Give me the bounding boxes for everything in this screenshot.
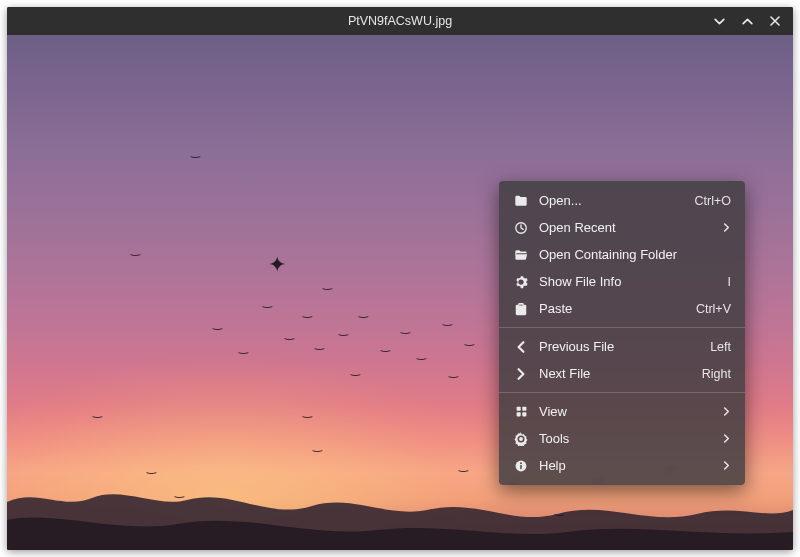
- bird-silhouette: ‿: [191, 145, 200, 158]
- menu-item-paste[interactable]: Paste Ctrl+V: [499, 295, 745, 322]
- chevron-left-icon: [513, 339, 529, 355]
- svg-rect-1: [516, 407, 520, 411]
- bird-silhouette: ‿: [351, 363, 360, 376]
- grid-icon: [513, 404, 529, 420]
- bird-silhouette: ✦: [268, 252, 286, 278]
- folder-icon: [513, 193, 529, 209]
- bird-silhouette: ‿: [93, 405, 102, 418]
- bird-silhouette: ‿: [303, 405, 312, 418]
- bird-silhouette: ‿: [323, 277, 332, 290]
- menu-item-accelerator: Left: [710, 340, 731, 354]
- menu-item-label: View: [539, 404, 567, 419]
- bird-silhouette: ‿: [449, 365, 458, 378]
- minimize-button[interactable]: [711, 13, 727, 29]
- window-title: PtVN9fACsWU.jpg: [348, 14, 452, 28]
- menu-item-label: Paste: [539, 301, 572, 316]
- bird-silhouette: ‿: [131, 243, 140, 256]
- menu-item-show-file-info[interactable]: Show File Info I: [499, 268, 745, 295]
- chevron-right-icon: [721, 223, 731, 233]
- menu-item-tools[interactable]: Tools: [499, 425, 745, 452]
- bird-silhouette: ‿: [381, 339, 390, 352]
- menu-item-open-recent[interactable]: Open Recent: [499, 214, 745, 241]
- menu-item-accelerator: Ctrl+V: [696, 302, 731, 316]
- chevron-right-icon: [721, 434, 731, 444]
- menu-item-label: Tools: [539, 431, 569, 446]
- clock-icon: [513, 220, 529, 236]
- menu-item-accelerator: Right: [702, 367, 731, 381]
- svg-rect-7: [520, 464, 521, 468]
- svg-rect-4: [522, 412, 526, 416]
- chevron-right-icon: [721, 461, 731, 471]
- bird-silhouette: ‿: [359, 305, 368, 318]
- menu-item-previous-file[interactable]: Previous File Left: [499, 333, 745, 360]
- clipboard-icon: [513, 301, 529, 317]
- bird-silhouette: ‿: [315, 337, 324, 350]
- bird-silhouette: ‿: [175, 485, 184, 498]
- bird-silhouette: ‿: [417, 347, 426, 360]
- menu-item-label: Open Recent: [539, 220, 616, 235]
- menu-item-open[interactable]: Open... Ctrl+O: [499, 187, 745, 214]
- bird-silhouette: ‿: [459, 459, 468, 472]
- bird-silhouette: ‿: [303, 305, 312, 318]
- menu-item-accelerator: Ctrl+O: [695, 194, 731, 208]
- context-menu: Open... Ctrl+O Open Recent Open Containi…: [499, 181, 745, 485]
- chevron-right-icon: [721, 407, 731, 417]
- bird-silhouette: ‿: [147, 461, 156, 474]
- bird-silhouette: ‿: [443, 313, 452, 326]
- menu-item-label: Open Containing Folder: [539, 247, 677, 262]
- folder-open-icon: [513, 247, 529, 263]
- close-icon: [769, 15, 781, 27]
- info-icon: [513, 458, 529, 474]
- menu-item-next-file[interactable]: Next File Right: [499, 360, 745, 387]
- bird-silhouette: ‿: [555, 503, 564, 516]
- gear-icon: [513, 274, 529, 290]
- menu-separator: [499, 327, 745, 328]
- bird-silhouette: ‿: [213, 317, 222, 330]
- menu-item-help[interactable]: Help: [499, 452, 745, 479]
- menu-item-view[interactable]: View: [499, 398, 745, 425]
- menu-item-label: Next File: [539, 366, 590, 381]
- svg-rect-3: [516, 412, 520, 416]
- menu-item-label: Open...: [539, 193, 582, 208]
- image-canvas[interactable]: ✦ ‿ ‿ ‿ ‿ ‿ ‿ ‿ ‿ ‿ ‿ ‿ ‿ ‿ ‿ ‿ ‿ ‿ ‿ ‿ …: [7, 35, 793, 550]
- menu-item-label: Help: [539, 458, 566, 473]
- svg-rect-2: [522, 407, 526, 411]
- image-viewer-window: PtVN9fACsWU.jpg: [7, 7, 793, 550]
- bird-silhouette: ‿: [313, 439, 322, 452]
- svg-point-8: [520, 462, 522, 464]
- bird-silhouette: ‿: [285, 327, 294, 340]
- menu-separator: [499, 392, 745, 393]
- svg-point-5: [519, 437, 523, 441]
- chevron-right-icon: [513, 366, 529, 382]
- chevron-up-icon: [741, 15, 754, 28]
- menu-item-accelerator: I: [728, 275, 731, 289]
- maximize-button[interactable]: [739, 13, 755, 29]
- window-controls: [711, 7, 787, 35]
- bird-silhouette: ‿: [465, 333, 474, 346]
- settings-icon: [513, 431, 529, 447]
- chevron-down-icon: [713, 15, 726, 28]
- bird-silhouette: ‿: [239, 341, 248, 354]
- bird-silhouette: ‿: [401, 321, 410, 334]
- close-button[interactable]: [767, 13, 783, 29]
- bird-silhouette: ‿: [263, 295, 272, 308]
- menu-item-label: Show File Info: [539, 274, 621, 289]
- titlebar: PtVN9fACsWU.jpg: [7, 7, 793, 35]
- bird-silhouette: ‿: [339, 323, 348, 336]
- menu-item-label: Previous File: [539, 339, 614, 354]
- menu-item-open-containing-folder[interactable]: Open Containing Folder: [499, 241, 745, 268]
